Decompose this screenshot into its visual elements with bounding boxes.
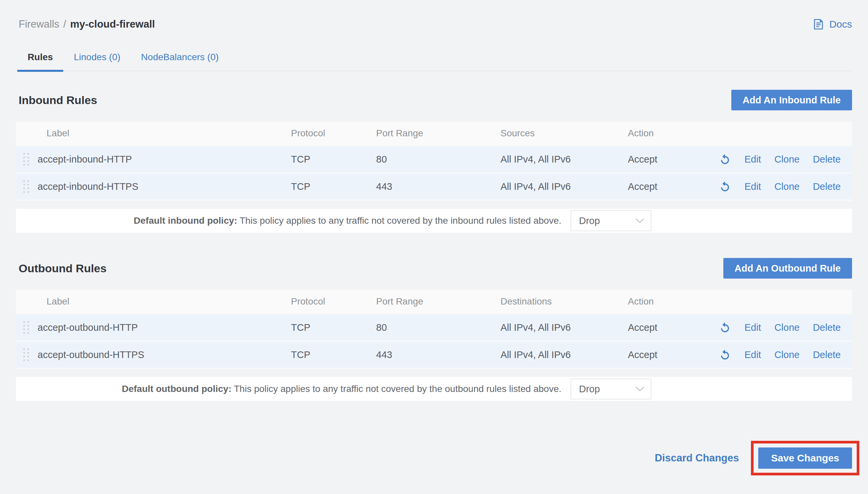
tab-linodes[interactable]: Linodes (0) [74,52,120,72]
active-tab-indicator [17,70,63,72]
save-changes-highlight-annotation: Save Changes [751,441,860,475]
cell-port-range: 443 [376,181,501,192]
column-header-port-range: Port Range [376,296,501,307]
page-header: Firewalls / my-cloud-firewall Docs [16,0,852,32]
add-inbound-rule-button[interactable]: Add An Inbound Rule [731,90,852,110]
cell-destinations: All IPv4, All IPv6 [501,322,628,333]
breadcrumb: Firewalls / my-cloud-firewall [16,18,155,30]
tab-linodes-label: Linodes (0) [74,52,120,62]
outbound-rule-row: accept-outbound-HTTP TCP 80 All IPv4, Al… [16,315,852,342]
cell-sources: All IPv4, All IPv6 [501,154,628,165]
drag-handle-icon[interactable] [23,348,29,361]
undo-icon[interactable] [719,321,731,334]
tab-nodebalancers[interactable]: NodeBalancers (0) [141,52,219,72]
rule-label: accept-inbound-HTTPS [38,181,138,192]
default-outbound-policy-row: Default outbound policy: This policy app… [16,377,852,401]
column-header-protocol: Protocol [291,296,376,307]
delete-link[interactable]: Delete [813,181,841,192]
docs-icon [812,18,825,31]
default-outbound-policy-select[interactable]: Drop [571,379,651,399]
edit-link[interactable]: Edit [744,181,761,192]
cell-port-range: 443 [376,349,501,360]
tab-rules-label: Rules [27,52,53,62]
rule-label: accept-outbound-HTTP [38,322,138,333]
policy-label: Default inbound policy: [134,215,237,226]
outbound-rules-title: Outbound Rules [16,262,107,275]
column-header-port-range: Port Range [376,128,501,139]
undo-icon[interactable] [719,349,731,361]
default-outbound-policy-text: Default outbound policy: This policy app… [16,384,561,394]
clone-link[interactable]: Clone [774,181,799,192]
cell-action: Accept [628,322,715,333]
default-inbound-policy-select[interactable]: Drop [571,210,651,231]
cell-port-range: 80 [376,154,501,165]
drag-handle-icon[interactable] [23,321,29,334]
drag-handle-icon[interactable] [23,153,29,166]
cell-action: Accept [628,154,715,165]
clone-link[interactable]: Clone [774,322,799,333]
edit-link[interactable]: Edit [744,322,761,333]
delete-link[interactable]: Delete [813,154,841,165]
column-header-label: Label [16,296,291,307]
column-header-destinations: Destinations [501,296,628,307]
docs-link[interactable]: Docs [812,18,852,31]
inbound-rule-row: accept-inbound-HTTP TCP 80 All IPv4, All… [16,146,852,173]
policy-description: This policy applies to any traffic not c… [231,384,561,394]
tab-nodebalancers-label: NodeBalancers (0) [141,52,219,62]
chevron-down-icon [635,386,645,392]
cell-action: Accept [628,349,715,360]
cell-protocol: TCP [291,181,376,192]
undo-icon[interactable] [719,180,731,192]
inbound-rules-title: Inbound Rules [16,94,97,107]
cell-action: Accept [628,181,715,192]
column-header-label: Label [16,128,291,139]
undo-icon[interactable] [719,153,731,165]
inbound-table-header: Label Protocol Port Range Sources Action [16,122,852,146]
outbound-rules-section: Outbound Rules Add An Outbound Rule Labe… [16,258,852,401]
cell-destinations: All IPv4, All IPv6 [501,349,628,360]
breadcrumb-current-firewall: my-cloud-firewall [70,18,155,30]
discard-changes-button[interactable]: Discard Changes [655,452,739,464]
save-changes-button[interactable]: Save Changes [758,448,852,469]
add-outbound-rule-button[interactable]: Add An Outbound Rule [723,258,852,279]
tab-bar: Rules Linodes (0) NodeBalancers (0) [16,49,852,72]
edit-link[interactable]: Edit [744,349,761,360]
chevron-down-icon [635,218,645,224]
rule-label: accept-outbound-HTTPS [38,349,144,360]
inbound-rules-table: Label Protocol Port Range Sources Action… [16,122,852,233]
inbound-rules-section: Inbound Rules Add An Inbound Rule Label … [16,90,852,233]
breadcrumb-firewalls-link[interactable]: Firewalls [19,18,59,30]
outbound-table-header: Label Protocol Port Range Destinations A… [16,290,852,315]
docs-label: Docs [829,19,852,30]
selected-policy-value: Drop [579,384,600,395]
inbound-rule-row: accept-inbound-HTTPS TCP 443 All IPv4, A… [16,173,852,201]
policy-label: Default outbound policy: [122,384,231,394]
selected-policy-value: Drop [579,215,600,226]
outbound-rules-table: Label Protocol Port Range Destinations A… [16,290,852,401]
clone-link[interactable]: Clone [774,154,799,165]
policy-description: This policy applies to any traffic not c… [237,215,561,226]
footer-actions: Discard Changes Save Changes [16,441,852,475]
column-header-protocol: Protocol [291,128,376,139]
cell-protocol: TCP [291,349,376,360]
cell-protocol: TCP [291,154,376,165]
column-header-sources: Sources [501,128,628,139]
cell-sources: All IPv4, All IPv6 [501,181,628,192]
firewall-detail-page: Firewalls / my-cloud-firewall Docs Rules… [0,0,868,494]
default-inbound-policy-text: Default inbound policy: This policy appl… [16,215,561,226]
delete-link[interactable]: Delete [813,349,841,360]
delete-link[interactable]: Delete [813,322,841,333]
column-header-action: Action [628,296,715,307]
tab-rules[interactable]: Rules [17,52,63,72]
breadcrumb-separator: / [63,18,66,30]
default-inbound-policy-row: Default inbound policy: This policy appl… [16,209,852,233]
drag-handle-icon[interactable] [23,180,29,193]
cell-protocol: TCP [291,322,376,333]
edit-link[interactable]: Edit [744,154,761,165]
rule-label: accept-inbound-HTTP [38,154,132,165]
cell-port-range: 80 [376,322,501,333]
column-header-action: Action [628,128,715,139]
clone-link[interactable]: Clone [774,349,799,360]
outbound-rule-row: accept-outbound-HTTPS TCP 443 All IPv4, … [16,342,852,369]
